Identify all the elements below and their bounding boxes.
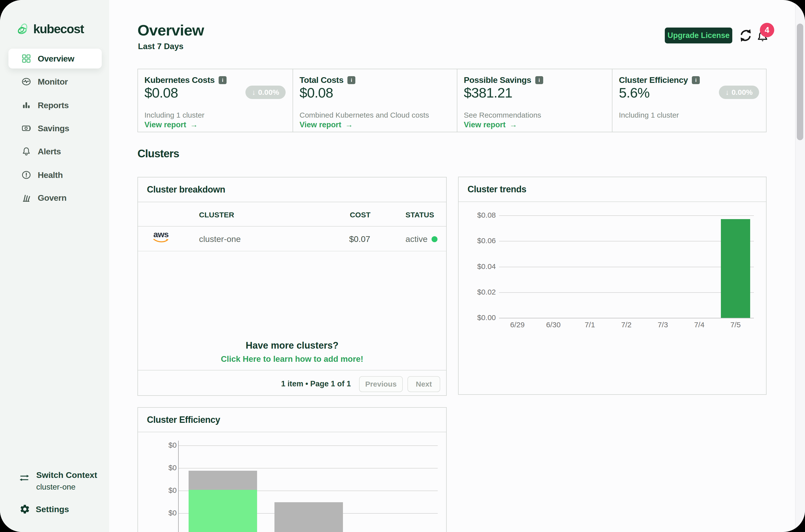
efficiency-gridline	[179, 468, 438, 469]
sidebar-item-health[interactable]: Health	[8, 165, 102, 185]
settings-label: Settings	[36, 505, 69, 514]
switch-context-label: Switch Context	[36, 470, 97, 480]
aws-provider-icon: aws	[152, 230, 171, 244]
sidebar-item-label: Reports	[38, 100, 69, 110]
sidebar-item-label: Savings	[38, 124, 69, 133]
table-row[interactable]: aws cluster-one $0.07 active	[138, 227, 446, 251]
govern-icon	[21, 193, 31, 203]
stat-cards-row: Kubernetes Costs i $0.08 ↓0.00% Includin…	[137, 69, 767, 132]
sidebar-item-savings[interactable]: Savings	[8, 118, 102, 138]
view-report-link[interactable]: View report→	[464, 120, 517, 129]
cash-icon	[21, 123, 31, 133]
view-report-link[interactable]: View report→	[145, 120, 198, 129]
sidebar-item-monitor[interactable]: Monitor	[8, 72, 102, 92]
cluster-efficiency-card: Cluster Efficiency $0$0$0$0	[137, 407, 447, 532]
stat-card-possible-savings: Possible Savings i $381.21 See Recommend…	[457, 69, 612, 132]
sidebar-item-label: Alerts	[38, 147, 61, 156]
info-icon[interactable]: i	[535, 76, 543, 84]
grid-icon	[21, 54, 31, 63]
previous-page-button[interactable]: Previous	[359, 376, 403, 392]
arrow-down-icon: ↓	[725, 88, 729, 96]
date-range: Last 7 Days	[138, 42, 184, 51]
trends-y-tick: $0.04	[459, 262, 496, 271]
stat-value: $0.08	[300, 84, 333, 101]
cluster-efficiency-title: Cluster Efficiency	[138, 408, 446, 432]
efficiency-y-tick: $0	[138, 463, 177, 472]
sidebar-item-reports[interactable]: Reports	[8, 95, 102, 115]
trends-gridline	[499, 292, 754, 293]
status-active-dot	[432, 236, 438, 242]
info-icon[interactable]: i	[692, 76, 700, 84]
stat-title: Kubernetes Costs	[145, 75, 215, 85]
efficiency-bar-0-idle	[189, 471, 257, 490]
alert-circle-icon	[21, 170, 31, 180]
efficiency-bar-0-efficient	[189, 490, 257, 532]
switch-arrows-icon	[18, 474, 30, 482]
sidebar-item-overview[interactable]: Overview	[8, 49, 102, 69]
kubecost-app-window: kubecost Overview Monitor	[0, 0, 805, 532]
cluster-efficiency-chart: $0$0$0$0	[138, 432, 446, 532]
change-badge: ↓0.00%	[719, 86, 759, 99]
stat-value: $381.21	[464, 84, 512, 101]
trends-gridline	[499, 318, 754, 318]
arrow-right-icon: →	[190, 120, 198, 129]
bar-chart-icon	[21, 100, 31, 110]
gear-icon	[19, 504, 30, 515]
trends-y-tick: $0.02	[459, 288, 496, 296]
settings-link[interactable]: Settings	[19, 504, 69, 515]
trends-gridline	[499, 267, 754, 267]
trends-y-tick: $0.00	[459, 314, 496, 322]
trends-x-tick: 6/29	[500, 321, 535, 329]
stat-card-total-costs: Total Costs i $0.08 Combined Kubernetes …	[292, 69, 457, 132]
page-title: Overview	[137, 21, 204, 39]
arrow-right-icon: →	[510, 120, 517, 129]
clusters-section-heading: Clusters	[137, 147, 179, 160]
scrollbar-thumb[interactable]	[797, 23, 803, 140]
pagination-bar: 1 item • Page 1 of 1 Previous Next	[138, 370, 446, 395]
kubecost-logo[interactable]: kubecost	[16, 22, 84, 36]
table-header-row: CLUSTER COST STATUS	[138, 202, 446, 227]
stat-card-cluster-efficiency: Cluster Efficiency i 5.6% ↓0.00% Includi…	[612, 69, 766, 132]
efficiency-gridline	[179, 445, 438, 446]
refresh-icon[interactable]	[739, 28, 753, 43]
next-page-button[interactable]: Next	[407, 376, 440, 392]
column-header-cost: COST	[350, 211, 370, 219]
monitor-icon	[21, 77, 31, 87]
column-header-status: STATUS	[405, 211, 434, 219]
cell-cluster-name: cluster-one	[199, 234, 241, 244]
kubecost-logo-icon	[16, 22, 30, 36]
pagination-summary: 1 item • Page 1 of 1	[281, 379, 351, 388]
efficiency-y-tick: $0	[138, 441, 177, 449]
cluster-trends-card: Cluster trends $0.08$0.06$0.04$0.02$0.00…	[458, 177, 767, 395]
trends-x-tick: 7/5	[718, 321, 753, 329]
add-clusters-link[interactable]: Click Here to learn how to add more!	[138, 354, 446, 364]
info-icon[interactable]: i	[347, 76, 356, 84]
trends-x-tick: 7/4	[682, 321, 717, 329]
more-clusters-title: Have more clusters?	[138, 340, 446, 351]
sidebar: kubecost Overview Monitor	[0, 0, 109, 532]
sidebar-item-alerts[interactable]: Alerts	[8, 141, 102, 161]
brand-name: kubecost	[33, 22, 84, 36]
trends-x-tick: 6/30	[536, 321, 571, 329]
cell-cost: $0.07	[349, 234, 370, 244]
change-badge: ↓0.00%	[245, 86, 286, 99]
trends-bar-7/5	[721, 219, 750, 318]
scrollbar-track	[795, 0, 805, 532]
view-report-link[interactable]: View report→	[300, 120, 353, 129]
stat-value: 5.6%	[619, 84, 650, 101]
cluster-trends-title: Cluster trends	[459, 177, 766, 202]
trends-gridline	[499, 215, 754, 216]
info-icon[interactable]: i	[218, 76, 227, 84]
upgrade-license-button[interactable]: Upgrade License	[665, 27, 732, 43]
notification-count-badge: 4	[760, 23, 774, 37]
sidebar-item-label: Overview	[38, 54, 74, 63]
trends-gridline	[499, 241, 754, 242]
sidebar-item-govern[interactable]: Govern	[8, 188, 102, 208]
stat-title: Total Costs	[300, 75, 343, 85]
switch-context[interactable]: Switch Context cluster-one	[18, 470, 97, 492]
cluster-breakdown-card: Cluster breakdown CLUSTER COST STATUS aw…	[137, 177, 447, 396]
stat-note: Combined Kubernetes and Cloud costs	[300, 111, 429, 119]
cluster-trends-chart: $0.08$0.06$0.04$0.02$0.006/296/307/17/27…	[459, 202, 766, 394]
efficiency-bar-1-idle	[274, 502, 343, 532]
arrow-down-icon: ↓	[252, 88, 255, 96]
